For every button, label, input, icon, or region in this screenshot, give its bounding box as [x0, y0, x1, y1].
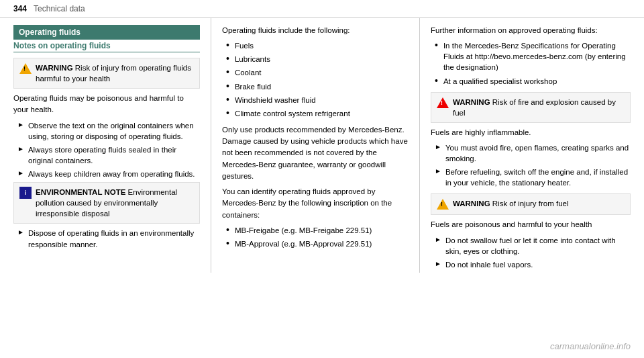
- list-item: • In the Mercedes-Benz Specifications fo…: [431, 40, 631, 73]
- bullet-text: Always keep children away from operating…: [28, 169, 195, 179]
- bullet-text: MB-Approval (e.g. MB-Approval 229.51): [235, 238, 372, 249]
- list-item: ► Do not swallow fuel or let it come int…: [431, 235, 631, 257]
- list-item: • Climate control system refrigerant: [222, 108, 409, 119]
- watermark: carmanualonline.info: [550, 341, 631, 351]
- fuels-text-1: Fuels are highly inflammable.: [431, 127, 631, 138]
- bullet-text: Windshield washer fluid: [235, 95, 316, 105]
- bullet-text: Always store operating fluids sealed in …: [28, 144, 200, 166]
- bullet-text: Fuels: [235, 40, 254, 51]
- bullet-dot: •: [226, 225, 229, 234]
- arrow-icon: ►: [17, 121, 24, 128]
- bullet-text: MB-Freigabe (e.g. MB-Freigabe 229.51): [235, 225, 372, 236]
- list-item: • At a qualified specialist workshop: [431, 76, 631, 87]
- arrow-icon: ►: [17, 228, 24, 236]
- bullet-dot: •: [435, 76, 438, 85]
- warning-1-text: WARNING Risk of injury from operating fl…: [36, 62, 194, 84]
- arrow-icon: ►: [435, 260, 441, 267]
- bullet-dot: •: [435, 40, 438, 50]
- arrow-icon: ►: [435, 236, 441, 243]
- list-item: • MB-Freigabe (e.g. MB-Freigabe 229.51): [222, 225, 409, 236]
- arrow-icon: ►: [17, 169, 24, 177]
- env-note-box: i ENVIRONMENTAL NOTE Environmental pollu…: [13, 182, 200, 224]
- bullet-text: Do not swallow fuel or let it come into …: [445, 235, 631, 257]
- list-item: • Coolant: [222, 67, 409, 78]
- right-para1: Further information on approved operatin…: [431, 25, 631, 36]
- list-item: ► Observe the text on the original conta…: [13, 120, 200, 142]
- warning-box-1: WARNING Risk of injury from operating fl…: [13, 58, 200, 89]
- warning-1-label: WARNING: [36, 64, 73, 72]
- warning-triangle-icon: [437, 97, 449, 109]
- arrow-icon: ►: [435, 143, 441, 150]
- mid-para2: You can identify operating fluids approv…: [222, 186, 409, 221]
- list-item: ► Before refueling, switch off the engin…: [431, 167, 631, 188]
- warning-box-2: WARNING Risk of fire and explosion cause…: [431, 92, 631, 123]
- bullet-text: You must avoid fire, open flames, creati…: [445, 142, 631, 164]
- warning-2-text: WARNING Risk of fire and explosion cause…: [453, 97, 625, 118]
- bullet-text: Coolant: [235, 67, 262, 78]
- env-note-label: ENVIRONMENTAL NOTE: [36, 188, 125, 196]
- bullet-text: At a qualified specialist workshop: [443, 76, 557, 87]
- list-item: ► You must avoid fire, open flames, crea…: [431, 142, 631, 164]
- bullet-text: Do not inhale fuel vapors.: [445, 259, 533, 270]
- list-item: • Brake fluid: [222, 81, 409, 92]
- triangle-yellow-icon: [437, 199, 449, 210]
- arrow-icon: ►: [17, 145, 24, 152]
- warning-triangle-icon: [437, 198, 449, 210]
- bullet-text: Brake fluid: [235, 81, 271, 92]
- bullet-dot: •: [226, 95, 229, 104]
- bullet-dot: •: [226, 108, 229, 118]
- info-icon: i: [19, 187, 32, 199]
- list-item: ► Do not inhale fuel vapors.: [431, 259, 631, 270]
- list-item: • MB-Approval (e.g. MB-Approval 229.51): [222, 238, 409, 249]
- section-heading: Operating fluids: [13, 25, 200, 40]
- list-item: • Lubricants: [222, 54, 409, 64]
- bullet-text: In the Mercedes-Benz Specifications for …: [443, 40, 631, 73]
- body-text-1: Operating fluids may be poisonous and ha…: [13, 93, 200, 116]
- bullet-text: Dispose of operating fluids in an enviro…: [28, 228, 200, 249]
- middle-column: Operating fluids include the following: …: [222, 18, 420, 273]
- list-item: ► Always store operating fluids sealed i…: [13, 144, 200, 166]
- warning-triangle-icon: [19, 62, 32, 75]
- bullet-text: Observe the text on the original contain…: [28, 120, 200, 142]
- content-area: Operating fluids Notes on operating flui…: [0, 18, 644, 273]
- page-number: 344: [13, 4, 27, 13]
- bullet-dot: •: [226, 238, 229, 248]
- warning-2-label: WARNING: [453, 98, 490, 106]
- env-note-text: ENVIRONMENTAL NOTE Environmental polluti…: [36, 187, 194, 219]
- warning-3-text: WARNING Risk of injury from fuel: [453, 198, 569, 209]
- subsection-heading: Notes on operating fluids: [13, 41, 200, 52]
- bullet-dot: •: [226, 67, 229, 77]
- left-column: Operating fluids Notes on operating flui…: [13, 18, 211, 273]
- warning-3-label: WARNING: [453, 199, 490, 208]
- triangle-red-icon: [437, 97, 449, 108]
- page-header: 344 Technical data: [0, 0, 644, 18]
- bullet-dot: •: [226, 40, 229, 50]
- bullet-text: Before refueling, switch off the engine …: [445, 167, 631, 188]
- section-title: Technical data: [34, 4, 85, 13]
- bullet-dot: •: [226, 54, 229, 63]
- warning-box-3: WARNING Risk of injury from fuel: [431, 193, 631, 215]
- bullet-dot: •: [226, 81, 229, 91]
- right-column: Further information on approved operatin…: [431, 18, 631, 273]
- list-item: ► Always keep children away from operati…: [13, 169, 200, 179]
- list-item: ► Dispose of operating fluids in an envi…: [13, 228, 200, 249]
- mid-para1: Only use products recommended by Mercede…: [222, 124, 409, 182]
- warning-3-body: Risk of injury from fuel: [492, 199, 569, 208]
- list-item: • Windshield washer fluid: [222, 95, 409, 105]
- list-item: • Fuels: [222, 40, 409, 51]
- bullet-text: Climate control system refrigerant: [235, 108, 350, 119]
- triangle-yellow-icon: [19, 63, 32, 74]
- fuels-text-2: Fuels are poisonous and harmful to your …: [431, 219, 631, 230]
- arrow-icon: ►: [435, 167, 441, 175]
- mid-intro: Operating fluids include the following:: [222, 25, 409, 36]
- bullet-text: Lubricants: [235, 54, 270, 64]
